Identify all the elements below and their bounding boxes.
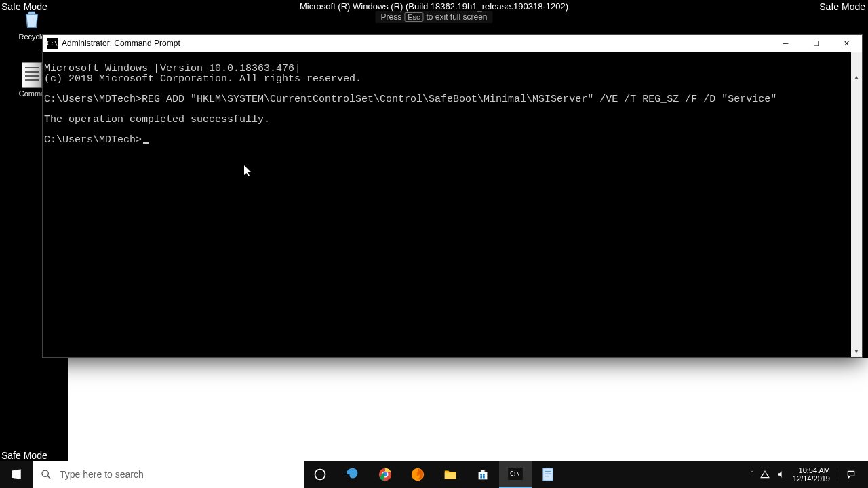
window-title: Administrator: Command Prompt (62, 39, 180, 48)
terminal-output[interactable]: Microsoft Windows [Version 10.0.18363.47… (43, 52, 862, 357)
svg-rect-9 (543, 468, 553, 481)
vertical-scrollbar[interactable]: ▲ ▼ (851, 52, 862, 357)
taskbar[interactable]: Type here to search C:\ (0, 461, 868, 488)
close-button[interactable]: ✕ (831, 35, 862, 52)
cmd-taskbar-button[interactable]: C:\ (499, 461, 532, 488)
desktop[interactable]: Safe Mode Safe Mode Safe Mode Microsoft … (0, 0, 868, 488)
system-tray[interactable]: ˆ 10:54 AM 12/14/2019 (747, 461, 868, 488)
search-icon (33, 469, 60, 480)
firefox-icon (410, 467, 425, 482)
clock[interactable]: 10:54 AM 12/14/2019 (793, 466, 830, 483)
svg-text:C:\: C:\ (510, 470, 520, 477)
search-box[interactable]: Type here to search (33, 461, 304, 488)
document-icon (22, 62, 42, 88)
cursor (143, 142, 149, 144)
safe-mode-label-tr: Safe Mode (819, 1, 865, 12)
command-prompt-window[interactable]: C:\ Administrator: Command Prompt ─ ☐ ✕ … (42, 34, 863, 358)
scroll-down-button[interactable]: ▼ (851, 346, 862, 357)
fullscreen-hint: Press Esc to exit full screen (375, 11, 492, 23)
file-explorer-button[interactable] (434, 461, 467, 488)
chrome-icon (378, 467, 393, 482)
build-info-label: Microsoft (R) Windows (R) (Build 18362.1… (300, 1, 568, 12)
cmd-icon: C:\ (47, 38, 58, 49)
svg-line-1 (47, 476, 50, 479)
terminal-icon: C:\ (508, 468, 523, 480)
store-button[interactable] (467, 461, 499, 488)
start-button[interactable] (0, 461, 33, 488)
maximize-button[interactable]: ☐ (801, 35, 831, 52)
network-icon[interactable] (760, 470, 770, 479)
notification-icon (846, 470, 856, 479)
trash-icon (20, 7, 44, 31)
scroll-track[interactable] (851, 63, 862, 346)
volume-icon[interactable] (776, 470, 786, 479)
notepad-taskbar-button[interactable] (532, 461, 564, 488)
edge-button[interactable] (336, 461, 369, 488)
store-icon (475, 467, 490, 482)
hint-key: Esc (404, 12, 423, 22)
safe-mode-label-bl: Safe Mode (1, 450, 47, 461)
terminal-line: The operation completed successfully. (44, 114, 270, 125)
taskbar-apps: C:\ (304, 461, 564, 488)
svg-point-0 (42, 470, 48, 476)
terminal-line: C:\Users\MDTech>REG ADD "HKLM\SYSTEM\Cur… (44, 94, 776, 105)
hint-press: Press (380, 12, 401, 22)
notepad-icon (541, 467, 555, 482)
minimize-button[interactable]: ─ (770, 35, 801, 52)
cortana-button[interactable] (304, 461, 336, 488)
action-center-button[interactable] (837, 470, 864, 479)
clock-time: 10:54 AM (793, 466, 830, 474)
svg-point-2 (315, 470, 326, 480)
background-window[interactable] (68, 358, 868, 461)
search-placeholder: Type here to search (60, 469, 144, 480)
chrome-button[interactable] (369, 461, 401, 488)
firefox-button[interactable] (401, 461, 434, 488)
circle-icon (313, 468, 327, 481)
folder-icon (443, 467, 458, 482)
terminal-prompt: C:\Users\MDTech> (44, 134, 142, 146)
edge-icon (345, 467, 360, 482)
terminal-line: (c) 2019 Microsoft Corporation. All righ… (44, 73, 361, 85)
windows-icon (10, 468, 22, 481)
titlebar[interactable]: C:\ Administrator: Command Prompt ─ ☐ ✕ (43, 35, 862, 52)
hint-rest: to exit full screen (426, 12, 487, 22)
tray-overflow-button[interactable]: ˆ (751, 470, 753, 479)
clock-date: 12/14/2019 (793, 474, 830, 483)
